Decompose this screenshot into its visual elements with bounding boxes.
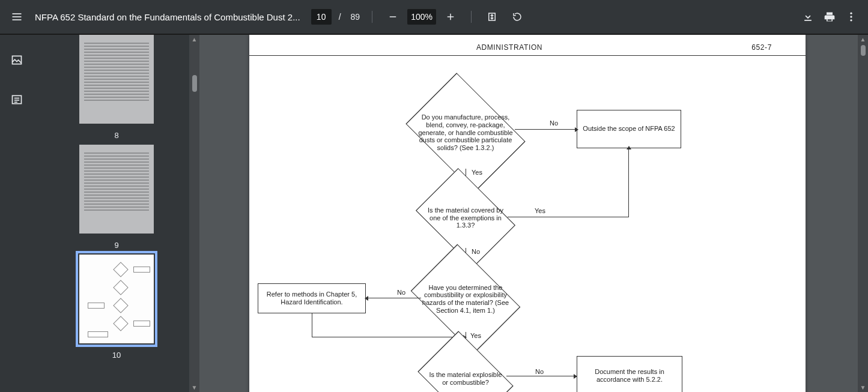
scroll-down-icon[interactable]: ▼ — [192, 383, 198, 392]
flowchart: Do you manufacture, process, blend, conv… — [255, 74, 800, 392]
side-rail — [0, 35, 34, 392]
page-sep: / — [339, 12, 341, 22]
fit-page-button[interactable] — [481, 6, 503, 28]
image-icon — [11, 54, 23, 66]
thumbnail-9-label: 9 — [34, 241, 199, 250]
connector — [515, 129, 575, 130]
thumbnail-panel: 8 9 10 ▲ — [34, 35, 199, 392]
download-icon — [802, 11, 814, 23]
menu-button[interactable] — [6, 6, 28, 28]
page-10: ADMINISTRATION 652-7 Do you manufacture,… — [249, 35, 806, 392]
label-no: No — [472, 248, 480, 255]
scroll-thumb[interactable] — [861, 45, 866, 56]
rotate-button[interactable] — [506, 6, 528, 28]
svg-rect-5 — [450, 14, 451, 20]
fit-page-icon — [487, 11, 497, 22]
thumbnail-8[interactable]: 8 — [34, 35, 199, 140]
scroll-up-icon[interactable]: ▲ — [860, 35, 866, 44]
download-button[interactable] — [797, 6, 819, 28]
svg-rect-3 — [390, 16, 396, 17]
decision-explosible: Is the material explosible or combustibl… — [437, 350, 494, 392]
page-viewport[interactable]: ADMINISTRATION 652-7 Do you manufacture,… — [199, 35, 858, 392]
rotate-icon — [512, 11, 523, 22]
box-out-of-scope: Outside the scope of NFPA 652 — [577, 110, 681, 148]
thumbnail-10[interactable]: 10 — [34, 255, 199, 360]
zoom-out-button[interactable] — [382, 6, 404, 28]
connector — [312, 337, 463, 337]
connector — [508, 217, 629, 217]
more-vert-icon — [845, 11, 857, 23]
print-icon — [824, 11, 836, 23]
scroll-thumb[interactable] — [192, 75, 197, 92]
print-button[interactable] — [819, 6, 840, 28]
minus-icon — [387, 11, 398, 22]
connector — [312, 313, 312, 337]
svg-point-9 — [850, 19, 852, 21]
decision-exemption: Is the material covered by one of the ex… — [436, 188, 496, 248]
page-header-right: 652-7 — [736, 43, 772, 52]
svg-rect-1 — [13, 16, 22, 17]
label-yes: Yes — [472, 169, 482, 176]
outline-tab[interactable] — [6, 89, 28, 110]
label-no: No — [550, 119, 558, 127]
content-area: 8 9 10 ▲ — [0, 34, 868, 392]
menu-icon — [11, 11, 23, 23]
thumbnail-9[interactable]: 9 — [34, 145, 199, 250]
connector — [628, 149, 629, 217]
label-no: No — [535, 368, 544, 375]
document-title: NFPA 652 Standard on the Fundamentals of… — [35, 12, 300, 22]
label-yes: Yes — [535, 207, 545, 214]
separator — [471, 11, 472, 23]
more-button[interactable] — [840, 6, 862, 28]
main-scrollbar[interactable]: ▲ ▼ — [858, 35, 868, 392]
thumbnail-scrollbar[interactable]: ▲ ▼ — [189, 35, 199, 392]
box-document-results: Document the results in accordance with … — [577, 356, 682, 392]
outline-icon — [11, 94, 23, 106]
zoom-input[interactable] — [407, 9, 436, 25]
svg-point-7 — [850, 13, 852, 14]
connector — [506, 376, 574, 376]
thumbnail-10-label: 10 — [34, 351, 199, 360]
page-header-center: ADMINISTRATION — [283, 43, 736, 52]
label-yes: Yes — [470, 332, 481, 339]
thumbnail-8-label: 8 — [34, 131, 199, 140]
page-number-input[interactable] — [311, 9, 332, 25]
toolbar: NFPA 652 Standard on the Fundamentals of… — [0, 0, 868, 34]
plus-icon — [445, 11, 456, 22]
decision-scope: Do you manufacture, process, blend, conv… — [429, 97, 502, 169]
separator — [372, 11, 372, 23]
connector — [368, 298, 421, 298]
box-refer-ch5: Refer to methods in Chapter 5, Hazard Id… — [258, 283, 366, 313]
svg-rect-2 — [13, 19, 22, 20]
label-no: No — [397, 289, 405, 296]
page-header: ADMINISTRATION 652-7 — [249, 35, 806, 56]
zoom-in-button[interactable] — [440, 6, 461, 28]
scroll-down-icon[interactable]: ▼ — [860, 383, 866, 392]
svg-rect-0 — [13, 13, 22, 14]
decision-determined: Have you determined the combustibility o… — [432, 266, 499, 332]
thumbnails-tab[interactable] — [6, 49, 28, 71]
page-total: 89 — [351, 12, 360, 22]
scroll-up-icon[interactable]: ▲ — [192, 35, 198, 44]
svg-point-8 — [850, 16, 852, 17]
